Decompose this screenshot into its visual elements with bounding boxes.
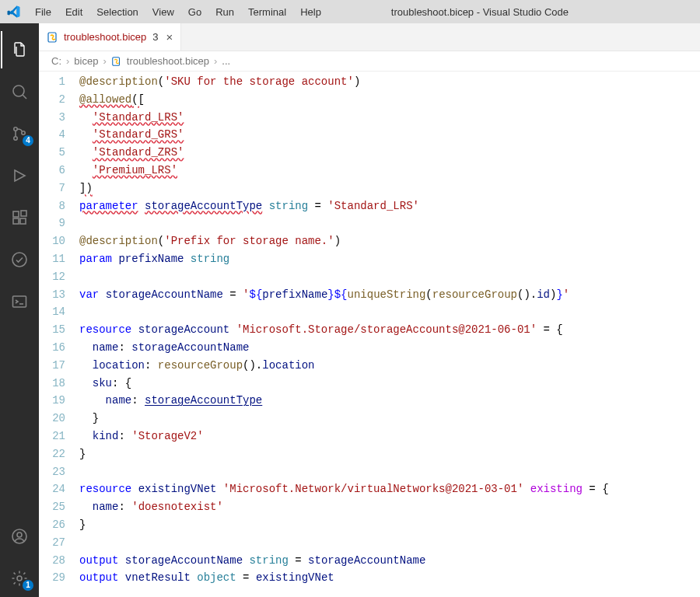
breadcrumb-segment[interactable]: C: bbox=[51, 55, 61, 67]
code-line[interactable]: 'Standard_ZRS' bbox=[79, 144, 700, 162]
svg-point-2 bbox=[14, 137, 17, 140]
code-line[interactable] bbox=[79, 463, 700, 481]
account-icon bbox=[10, 527, 29, 546]
code-line[interactable]: resource storageAccount 'Microsoft.Stora… bbox=[79, 321, 700, 339]
debug-icon bbox=[10, 166, 29, 185]
code-lines[interactable]: @description('SKU for the storage accoun… bbox=[79, 72, 700, 597]
chevron-right-icon: › bbox=[103, 55, 106, 67]
code-line[interactable] bbox=[79, 303, 700, 321]
close-icon[interactable]: × bbox=[166, 30, 173, 44]
svg-point-12 bbox=[17, 576, 22, 581]
line-number: 21 bbox=[39, 428, 65, 445]
line-number: 19 bbox=[39, 392, 65, 410]
code-editor[interactable]: 1234567891011121314151617181920212223242… bbox=[39, 72, 700, 597]
svg-rect-5 bbox=[13, 218, 19, 224]
code-line[interactable]: var storageAccountName = '${prefixName}$… bbox=[79, 286, 700, 304]
search-icon bbox=[10, 82, 29, 101]
code-line[interactable]: 'Premium_LRS' bbox=[79, 162, 700, 180]
workbench: 4 bbox=[0, 23, 700, 597]
line-number: 20 bbox=[39, 410, 65, 428]
terminal-icon bbox=[10, 292, 29, 311]
window-title: troubleshoot.bicep - Visual Studio Code bbox=[266, 6, 694, 18]
svg-point-8 bbox=[12, 253, 26, 267]
line-number: 25 bbox=[39, 498, 65, 516]
menu-view[interactable]: View bbox=[145, 3, 181, 21]
svg-rect-14 bbox=[113, 57, 120, 65]
svg-rect-4 bbox=[13, 211, 19, 217]
line-number: 3 bbox=[39, 109, 65, 127]
line-number: 24 bbox=[39, 480, 65, 498]
activity-settings[interactable]: 1 bbox=[1, 560, 38, 597]
activity-explorer[interactable] bbox=[1, 31, 38, 68]
menu-run[interactable]: Run bbox=[208, 3, 241, 21]
line-number: 28 bbox=[39, 552, 65, 570]
code-line[interactable]: resource existingVNet 'Microsoft.Network… bbox=[79, 480, 700, 498]
activity-source-control[interactable]: 4 bbox=[1, 115, 38, 152]
line-number-gutter: 1234567891011121314151617181920212223242… bbox=[39, 72, 79, 597]
line-number: 1 bbox=[39, 73, 65, 91]
line-number: 10 bbox=[39, 232, 65, 250]
code-line[interactable] bbox=[79, 215, 700, 232]
line-number: 13 bbox=[39, 286, 65, 304]
svg-point-1 bbox=[14, 127, 17, 131]
code-line[interactable]: name: 'doesnotexist' bbox=[79, 498, 700, 516]
chevron-right-icon: › bbox=[214, 55, 217, 67]
title-bar: File Edit Selection View Go Run Terminal… bbox=[0, 0, 700, 23]
line-number: 29 bbox=[39, 569, 65, 587]
code-line[interactable]: @allowed([ bbox=[79, 91, 700, 109]
code-line[interactable]: output storageAccountName string = stora… bbox=[79, 552, 700, 570]
menu-file[interactable]: File bbox=[28, 3, 58, 21]
svg-point-11 bbox=[17, 532, 22, 537]
activity-search[interactable] bbox=[1, 73, 38, 110]
code-line[interactable] bbox=[79, 268, 700, 286]
activity-accounts[interactable] bbox=[1, 518, 38, 555]
code-line[interactable]: output vnetResult object = existingVNet bbox=[79, 569, 700, 587]
code-line[interactable]: } bbox=[79, 516, 700, 534]
code-line[interactable] bbox=[79, 534, 700, 552]
line-number: 23 bbox=[39, 463, 65, 481]
editor-group: troubleshoot.bicep 3 × C: › bicep › trou… bbox=[39, 23, 700, 597]
code-line[interactable]: ]) bbox=[79, 180, 700, 197]
code-line[interactable]: sku: { bbox=[79, 375, 700, 393]
line-number: 15 bbox=[39, 321, 65, 339]
line-number: 17 bbox=[39, 357, 65, 375]
line-number: 7 bbox=[39, 180, 65, 197]
code-line[interactable]: 'Standard_GRS' bbox=[79, 126, 700, 144]
code-line[interactable]: parameter storageAccountType string = 'S… bbox=[79, 197, 700, 215]
activity-azure[interactable] bbox=[1, 241, 38, 278]
line-number: 2 bbox=[39, 91, 65, 109]
breadcrumb-overflow[interactable]: ... bbox=[222, 55, 230, 67]
code-line[interactable]: kind: 'StorageV2' bbox=[79, 428, 700, 445]
menu-edit[interactable]: Edit bbox=[58, 3, 89, 21]
code-line[interactable]: name: storageAccountName bbox=[79, 339, 700, 357]
code-line[interactable]: @description('SKU for the storage accoun… bbox=[79, 73, 700, 91]
azure-tick-icon bbox=[10, 250, 29, 269]
vscode-logo-icon bbox=[6, 5, 20, 19]
svg-rect-7 bbox=[21, 211, 26, 216]
line-number: 14 bbox=[39, 303, 65, 321]
line-number: 4 bbox=[39, 126, 65, 144]
line-number: 16 bbox=[39, 339, 65, 357]
code-line[interactable]: location: resourceGroup().location bbox=[79, 357, 700, 375]
menu-go[interactable]: Go bbox=[181, 3, 208, 21]
tab-troubleshoot[interactable]: troubleshoot.bicep 3 × bbox=[39, 23, 181, 51]
code-line[interactable]: param prefixName string bbox=[79, 250, 700, 268]
code-line[interactable]: 'Standard_LRS' bbox=[79, 109, 700, 127]
code-line[interactable]: name: storageAccountType bbox=[79, 392, 700, 410]
activity-extensions[interactable] bbox=[1, 199, 38, 236]
activity-run-debug[interactable] bbox=[1, 157, 38, 194]
bicep-file-icon bbox=[111, 56, 122, 67]
activity-terminal[interactable] bbox=[1, 283, 38, 320]
line-number: 11 bbox=[39, 250, 65, 268]
breadcrumbs[interactable]: C: › bicep › troubleshoot.bicep › ... bbox=[39, 51, 700, 72]
svg-point-0 bbox=[13, 86, 24, 96]
code-line[interactable]: } bbox=[79, 410, 700, 428]
svg-point-3 bbox=[22, 131, 25, 134]
code-line[interactable]: @description('Prefix for storage name.') bbox=[79, 232, 700, 250]
code-line[interactable]: } bbox=[79, 445, 700, 463]
breadcrumb-segment[interactable]: bicep bbox=[74, 55, 98, 67]
breadcrumb-segment[interactable]: troubleshoot.bicep bbox=[127, 55, 209, 67]
line-number: 5 bbox=[39, 144, 65, 162]
menu-selection[interactable]: Selection bbox=[89, 3, 145, 21]
line-number: 27 bbox=[39, 534, 65, 552]
